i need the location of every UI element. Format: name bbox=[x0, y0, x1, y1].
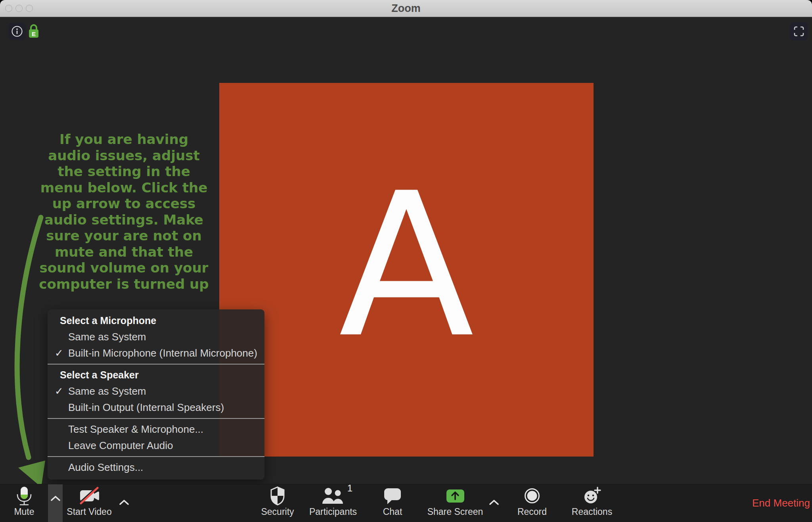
participants-button[interactable]: 1 Participants bbox=[305, 484, 361, 522]
start-video-button[interactable]: Start Video bbox=[65, 484, 113, 522]
menu-header-microphone: Select a Microphone bbox=[48, 313, 264, 329]
video-options-chevron[interactable] bbox=[117, 496, 131, 508]
slide-letter: A bbox=[339, 167, 474, 365]
checkmark: ✓ bbox=[48, 345, 68, 361]
checkmark: ✓ bbox=[48, 383, 68, 399]
menu-item-speaker-same-as-system[interactable]: ✓ Same as System bbox=[48, 383, 264, 399]
menu-item-audio-settings[interactable]: Audio Settings... bbox=[48, 459, 264, 476]
security-button[interactable]: Security bbox=[258, 484, 297, 522]
fullscreen-icon bbox=[794, 26, 804, 36]
checkmark bbox=[48, 421, 68, 438]
menu-divider bbox=[48, 418, 264, 419]
titlebar: Zoom bbox=[0, 0, 812, 17]
record-button[interactable]: Record bbox=[513, 484, 551, 522]
chevron-up-icon bbox=[488, 499, 500, 505]
menu-item-builtin-output[interactable]: Built-in Output (Internal Speakers) bbox=[48, 399, 264, 416]
checkmark bbox=[48, 399, 68, 416]
menu-divider bbox=[48, 456, 264, 457]
chat-button[interactable]: Chat bbox=[377, 484, 408, 522]
mute-options-chevron[interactable] bbox=[48, 484, 63, 522]
participants-label: Participants bbox=[309, 507, 357, 516]
record-label: Record bbox=[517, 507, 547, 516]
mute-label: Mute bbox=[14, 507, 34, 516]
share-options-chevron[interactable] bbox=[486, 496, 501, 508]
fullscreen-button[interactable] bbox=[790, 22, 808, 40]
record-circle-icon bbox=[523, 487, 541, 505]
meeting-toolbar: Mute Start Video bbox=[0, 484, 812, 522]
checkmark bbox=[48, 459, 68, 476]
share-screen-arrow-icon bbox=[450, 491, 460, 501]
reactions-button[interactable]: Reactions bbox=[569, 484, 615, 522]
window-title: Zoom bbox=[0, 2, 812, 15]
menu-item-builtin-microphone[interactable]: ✓ Built-in Microphone (Internal Micropho… bbox=[48, 345, 264, 361]
chat-bubble-icon bbox=[383, 487, 402, 505]
menu-header-speaker: Select a Speaker bbox=[48, 367, 264, 383]
security-shield-icon bbox=[269, 486, 286, 506]
share-screen-label: Share Screen bbox=[427, 507, 483, 516]
chat-label: Chat bbox=[383, 507, 402, 516]
audio-options-menu: Select a Microphone Same as System ✓ Bui… bbox=[48, 309, 264, 480]
zoom-window: Zoom A E bbox=[0, 0, 812, 522]
reactions-label: Reactions bbox=[572, 507, 612, 516]
checkmark bbox=[48, 438, 68, 454]
participants-icon bbox=[322, 487, 345, 505]
video-camera-slash-icon bbox=[77, 486, 102, 506]
mute-button[interactable]: Mute bbox=[8, 484, 40, 522]
start-video-label: Start Video bbox=[67, 507, 111, 516]
microphone-level-icon bbox=[15, 486, 34, 506]
menu-item-test-speaker-microphone[interactable]: Test Speaker & Microphone... bbox=[48, 421, 264, 438]
share-screen-chip bbox=[446, 489, 464, 503]
chevron-up-icon bbox=[50, 495, 61, 501]
end-meeting-button[interactable]: End Meeting bbox=[752, 497, 810, 509]
meeting-stage: A E bbox=[0, 17, 812, 484]
menu-divider bbox=[48, 364, 264, 365]
security-label: Security bbox=[261, 507, 294, 516]
chevron-up-icon bbox=[119, 499, 130, 505]
reactions-smiley-icon bbox=[582, 486, 601, 505]
share-screen-button[interactable]: Share Screen bbox=[425, 484, 485, 522]
checkmark bbox=[48, 329, 68, 345]
participants-count-badge: 1 bbox=[347, 483, 352, 494]
menu-item-leave-computer-audio[interactable]: Leave Computer Audio bbox=[48, 438, 264, 454]
menu-item-mic-same-as-system[interactable]: Same as System bbox=[48, 329, 264, 345]
